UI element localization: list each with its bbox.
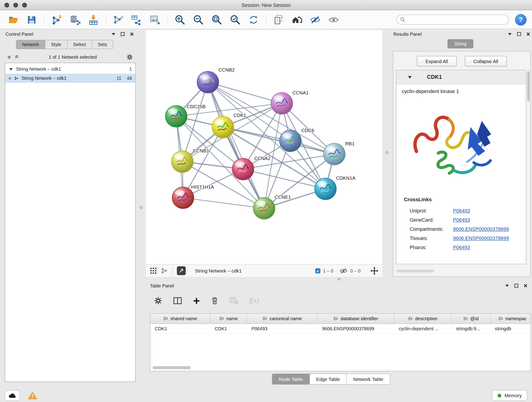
search-field[interactable] [396, 15, 509, 25]
save-session-icon[interactable] [24, 12, 39, 27]
search-input[interactable] [408, 17, 505, 22]
network-row-selected[interactable]: String Network – cdk1 11 48 [5, 74, 135, 83]
import-table-from-file-icon[interactable] [85, 12, 101, 27]
crosslink-link[interactable]: P06493 [453, 245, 470, 250]
window-minimize-button[interactable] [13, 3, 18, 7]
tab-string[interactable]: String [447, 39, 473, 48]
collapse-all-networks-icon[interactable] [14, 55, 19, 59]
horizontal-scrollbar-thumb[interactable] [397, 270, 434, 273]
disclosure-triangle-icon[interactable] [8, 67, 13, 71]
cloud-icon[interactable] [5, 390, 20, 401]
show-graphics-details-icon[interactable] [326, 12, 341, 27]
tab-node-table[interactable]: Node Table [272, 374, 310, 385]
hide-graphics-details-icon[interactable] [307, 12, 323, 27]
table-settings-gear-icon[interactable] [154, 297, 162, 305]
panel-close-icon[interactable] [129, 32, 134, 36]
crosslink-link[interactable]: 9606.ENSP00000378699 [453, 226, 509, 232]
network-node-cdk1[interactable] [212, 116, 234, 138]
warning-icon[interactable] [28, 391, 37, 400]
import-network-from-file-icon[interactable] [49, 12, 64, 27]
import-network-from-database-icon[interactable] [67, 12, 83, 27]
splitter-handle-left[interactable] [140, 206, 143, 209]
panel-float-icon[interactable] [514, 283, 519, 288]
panel-collapse-icon[interactable] [507, 32, 512, 36]
pan-crosshair-icon[interactable] [370, 267, 378, 275]
column-header[interactable]: shared name [150, 314, 210, 324]
network-node-cdc6[interactable] [279, 130, 301, 152]
column-header[interactable]: @id [452, 314, 491, 324]
network-view[interactable]: CCNB2CCNA1CDC25BCDK1CDC6RB1CCNB1CCNA2CDK… [146, 30, 382, 277]
home-icon[interactable] [289, 12, 304, 27]
zoom-selected-icon[interactable] [227, 12, 243, 27]
column-type-icon [163, 316, 168, 321]
vertical-scrollbar-thumb[interactable] [527, 71, 530, 101]
crosslink-link[interactable]: P06493 [453, 217, 470, 223]
tab-sets[interactable]: Sets [92, 40, 113, 49]
network-node-rb1[interactable] [323, 143, 345, 165]
network-node-ccnb2[interactable] [197, 71, 219, 93]
splitter-handle-bottom[interactable] [337, 278, 341, 281]
network-node-ccna1[interactable] [271, 92, 293, 114]
refresh-view-icon[interactable] [246, 12, 261, 27]
expand-all-networks-icon[interactable] [7, 55, 12, 59]
network-collection-row[interactable]: String Network – cdk1 1 [5, 64, 135, 74]
export-image-icon[interactable] [147, 12, 163, 27]
network-node-cdkn1a[interactable] [315, 178, 336, 200]
collapse-all-button[interactable]: Collapse All [465, 56, 507, 66]
birds-eye-view-icon[interactable] [177, 266, 186, 275]
zoom-out-icon[interactable] [191, 12, 206, 27]
panel-collapse-icon[interactable] [111, 32, 116, 36]
add-column-icon[interactable] [193, 297, 200, 304]
delete-column-icon[interactable] [211, 297, 219, 305]
window-close-button[interactable] [4, 3, 9, 7]
column-type-icon [333, 316, 338, 321]
expand-all-button[interactable]: Expand All [417, 56, 457, 66]
splitter-handle-right[interactable] [385, 151, 388, 154]
network-from-table-icon[interactable] [129, 12, 144, 27]
network-node-cdc25b[interactable] [165, 105, 187, 127]
tab-edge-table[interactable]: Edge Table [310, 374, 347, 385]
gear-icon[interactable] [127, 54, 133, 60]
tab-network-table[interactable]: Network Table [347, 374, 390, 385]
tab-network[interactable]: Network [16, 40, 45, 49]
new-network-icon[interactable] [110, 12, 126, 27]
node-label-cdc6: CDC6 [301, 128, 314, 133]
open-session-icon[interactable] [6, 12, 21, 27]
crosslink-link[interactable]: P06493 [453, 208, 470, 213]
panel-close-icon[interactable] [526, 32, 531, 36]
network-node-ccnb1[interactable] [171, 151, 193, 172]
tab-style[interactable]: Style [45, 40, 67, 49]
column-header[interactable]: namespac [491, 314, 531, 324]
column-header[interactable]: database identifier [317, 314, 394, 324]
grid-view-icon[interactable] [150, 268, 157, 274]
network-share-icon[interactable] [161, 267, 168, 274]
zoom-in-icon[interactable] [172, 12, 188, 27]
panel-float-icon[interactable] [517, 32, 521, 36]
window-zoom-button[interactable] [22, 3, 27, 7]
crosslink-link[interactable]: 9606.ENSP00000378699 [453, 235, 509, 241]
network-node-hist1h1a[interactable] [172, 187, 194, 209]
network-graph[interactable]: CCNB2CCNA1CDC25BCDK1CDC6RB1CCNB1CCNA2CDK… [146, 30, 382, 264]
tab-select[interactable]: Select [67, 40, 92, 49]
help-icon[interactable]: ? [515, 14, 527, 26]
cdk1-section-header[interactable]: CDK1 [396, 70, 526, 84]
network-edge[interactable] [208, 82, 264, 208]
network-edge[interactable] [223, 127, 334, 154]
zoom-fit-icon[interactable] [209, 12, 225, 27]
table-row[interactable]: CDK1 CDK1 P06493 9606.ENSP00000378699 cy… [150, 324, 531, 334]
column-header[interactable]: name [210, 314, 247, 324]
network-edge[interactable] [183, 198, 264, 208]
network-node-ccna2[interactable] [232, 158, 254, 180]
selected-nodes-checkbox[interactable] [315, 268, 320, 273]
copy-icon[interactable] [271, 12, 286, 27]
column-header[interactable]: canonical name [247, 314, 317, 324]
show-columns-icon[interactable] [173, 297, 182, 305]
panel-close-icon[interactable] [523, 283, 528, 288]
panel-float-icon[interactable] [120, 32, 125, 36]
column-header[interactable]: description [394, 314, 452, 324]
disclosure-triangle-icon[interactable] [407, 75, 412, 80]
panel-collapse-icon[interactable] [505, 283, 510, 288]
network-node-ccne1[interactable] [253, 197, 275, 219]
table-horizontal-scrollbar-thumb[interactable] [152, 366, 191, 369]
memory-button[interactable]: Memory [492, 390, 527, 401]
